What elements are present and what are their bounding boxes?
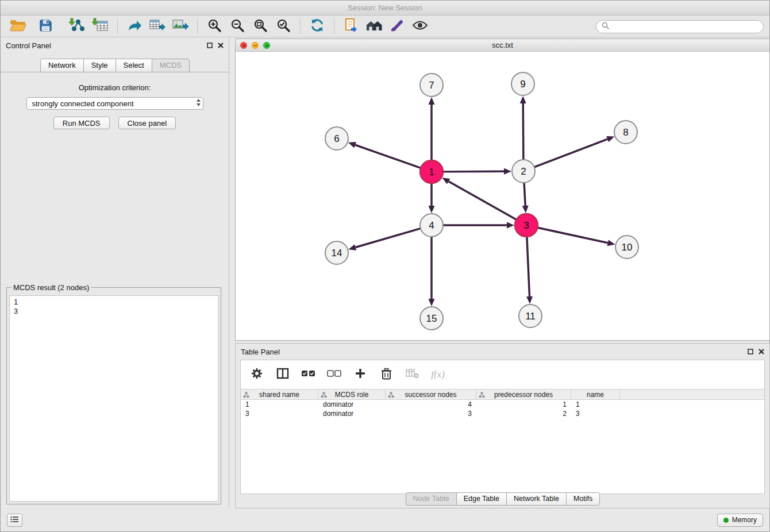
cell-successor-nodes[interactable]: 3 [386,409,476,418]
select-all-columns-button[interactable] [298,365,319,384]
criterion-dropdown[interactable]: strongly connected component [26,97,203,110]
graph-node-10[interactable]: 10 [615,236,638,259]
columns-icon [276,368,289,381]
table-settings-button[interactable] [247,365,267,384]
graph-node-14[interactable]: 14 [325,241,348,264]
tab-select[interactable]: Select [116,59,152,72]
svg-text:9: 9 [520,79,525,90]
control-panel-title: Control Panel [6,41,51,50]
graph-node-1[interactable]: 1 [420,160,443,183]
deselect-all-columns-button[interactable] [324,365,345,384]
cell-successor-nodes[interactable]: 4 [386,400,476,409]
svg-text:1: 1 [429,167,434,178]
graph-node-15[interactable]: 15 [420,307,443,330]
graph-node-2[interactable]: 2 [512,160,535,183]
close-panel-button[interactable]: Close panel [118,117,176,129]
zoom-in-button[interactable] [203,17,226,36]
graph-edge-3-11[interactable] [527,237,530,296]
tab-node-table[interactable]: Node Table [406,492,457,506]
show-hide-button[interactable] [409,17,432,36]
cell-predecessor-nodes[interactable]: 1 [476,400,571,409]
float-table-panel-icon[interactable] [748,348,753,356]
column-header-shared-name[interactable]: shared name [241,390,318,399]
graph-node-8[interactable]: 8 [614,121,637,144]
home-network-button[interactable] [363,17,386,36]
column-header-predecessor-nodes[interactable]: predecessor nodes [476,390,571,399]
search-input[interactable] [612,22,758,30]
clone-network-button[interactable] [123,17,146,36]
graph-node-7[interactable]: 7 [420,74,443,97]
panel-menu-button[interactable] [7,514,22,527]
column-header-mcds-role[interactable]: MCDS role [318,390,386,399]
cell-name[interactable]: 3 [571,409,620,418]
graph-edge-2-8[interactable] [534,139,608,167]
zoom-fit-button[interactable] [249,17,272,36]
minimize-window-icon[interactable] [252,42,259,49]
graph-node-3[interactable]: 3 [515,214,538,237]
tab-style[interactable]: Style [83,59,116,72]
network-graph[interactable]: 7968124314101511 [236,52,769,340]
close-panel-icon[interactable] [218,41,224,50]
graph-edge-2-3[interactable] [524,183,525,206]
close-table-panel-icon[interactable] [759,348,764,356]
open-session-button[interactable] [6,17,29,36]
mcds-result-title: MCDS result (2 nodes) [11,283,91,292]
column-header-successor-nodes[interactable]: successor nodes [386,390,476,399]
export-image-button[interactable] [169,17,192,36]
tab-edge-table[interactable]: Edge Table [456,492,507,506]
graph-edge-2-9[interactable] [523,103,523,160]
tab-mcds[interactable]: MCDS [152,59,190,72]
float-panel-icon[interactable] [207,41,213,50]
graph-node-4[interactable]: 4 [420,214,443,237]
create-column-button[interactable] [350,365,371,384]
cell-shared-name[interactable]: 1 [241,400,318,409]
table-row[interactable]: 3 dominator 3 2 3 [241,409,764,418]
tab-network-table[interactable]: Network Table [506,492,567,506]
run-mcds-button[interactable]: Run MCDS [53,117,110,129]
cell-predecessor-nodes[interactable]: 2 [476,409,571,418]
import-table-button[interactable] [89,17,112,36]
apply-style-button[interactable] [386,17,409,36]
graph-node-6[interactable]: 6 [325,127,348,150]
close-window-icon[interactable] [240,42,247,49]
refresh-icon [309,18,325,35]
column-header-filler [620,390,764,399]
zoom-selected-button[interactable] [272,17,295,36]
save-session-button[interactable] [34,17,57,36]
cell-mcds-role[interactable]: dominator [318,409,386,418]
apply-layout-button[interactable] [306,17,329,36]
tab-network[interactable]: Network [40,59,84,72]
graph-node-11[interactable]: 11 [519,304,542,327]
tab-motifs[interactable]: Motifs [566,492,600,506]
export-table-button[interactable] [146,17,169,36]
graph-edge-1-2[interactable] [443,171,504,172]
graph-edge-3-1[interactable] [449,182,517,219]
zoom-window-icon[interactable] [263,42,270,49]
zoom-out-icon [230,18,245,35]
memory-button[interactable]: Memory [717,514,763,527]
show-columns-button[interactable] [272,365,293,384]
delete-column-button[interactable] [376,365,396,384]
network-canvas[interactable]: 7968124314101511 [236,52,769,340]
memory-button-label: Memory [732,516,757,524]
table-row[interactable]: 1 dominator 4 1 1 [241,400,764,409]
function-builder-button[interactable]: f(x) [428,365,448,384]
graph-edge-1-6[interactable] [355,145,421,168]
graph-edge-arrowhead [429,206,435,213]
export-table-icon [149,18,166,35]
mcds-result-list[interactable]: 1 3 [9,295,218,502]
delete-table-button[interactable] [402,365,422,384]
copy-view-button[interactable] [340,17,363,36]
column-header-name[interactable]: name [571,390,620,399]
cell-name[interactable]: 1 [571,400,620,409]
graph-edge-3-10[interactable] [538,228,608,243]
zoom-out-button[interactable] [226,17,249,36]
graph-edge-4-14[interactable] [356,229,421,248]
list-icon [10,515,19,525]
cell-mcds-role[interactable]: dominator [318,400,386,409]
cell-shared-name[interactable]: 3 [241,409,318,418]
graph-node-9[interactable]: 9 [511,72,534,95]
import-network-icon [69,18,86,35]
graph-edge-arrowhead [607,240,615,246]
import-network-button[interactable] [66,17,89,36]
